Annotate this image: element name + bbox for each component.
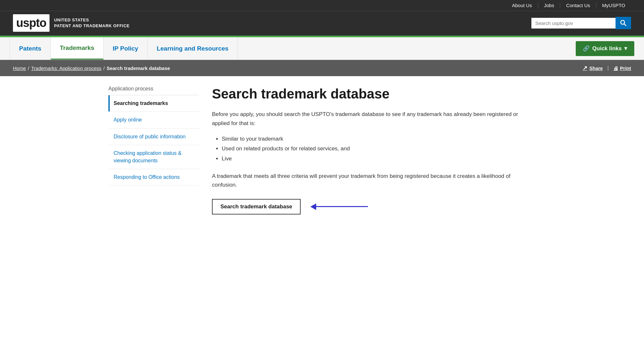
search-input[interactable]: [531, 18, 616, 29]
sidebar: Application process Searching trademarks…: [108, 86, 199, 214]
share-button[interactable]: ↗ Share: [583, 64, 603, 72]
criteria-item-1: Similar to your trademark: [222, 134, 536, 144]
intro-text: Before you apply, you should search the …: [212, 110, 536, 127]
main-nav: Patents Trademarks IP Policy Learning an…: [0, 37, 644, 60]
sidebar-link-searching-trademarks[interactable]: Searching trademarks: [108, 95, 199, 111]
share-icon: ↗: [583, 64, 587, 72]
sidebar-nav: Searching trademarks Apply online Disclo…: [108, 95, 199, 186]
contact-us-link[interactable]: Contact Us: [560, 3, 596, 8]
main-content: Search trademark database Before you app…: [212, 86, 536, 214]
jobs-link[interactable]: Jobs: [538, 3, 561, 8]
breadcrumb: Home / Trademarks: Application process /…: [13, 65, 170, 71]
search-db-area: Search trademark database: [212, 199, 536, 214]
breadcrumb-home[interactable]: Home: [13, 65, 26, 71]
breadcrumb-current: Search trademark database: [106, 65, 170, 71]
logo-area: uspto UNITED STATES PATENT AND TRADEMARK…: [13, 14, 130, 32]
page-title: Search trademark database: [212, 86, 536, 102]
myuspto-link[interactable]: MyUSPTO: [596, 3, 631, 8]
sidebar-item-office-actions[interactable]: Responding to Office actions: [108, 169, 199, 186]
search-icon: [620, 20, 627, 26]
nav-ip-policy[interactable]: IP Policy: [104, 37, 148, 60]
print-button[interactable]: 🖨 Print: [613, 65, 631, 71]
quick-links-button[interactable]: 🔗 Quick links ▾: [576, 41, 634, 56]
breadcrumb-parent[interactable]: Trademarks: Application process: [31, 65, 101, 71]
nav-patents[interactable]: Patents: [10, 37, 51, 60]
svg-line-1: [624, 24, 626, 26]
utility-bar: About Us Jobs Contact Us MyUSPTO: [0, 0, 644, 11]
logo-tagline: UNITED STATES PATENT AND TRADEMARK OFFIC…: [54, 17, 130, 29]
nav-learning-resources[interactable]: Learning and Resources: [148, 37, 238, 60]
breadcrumb-sep-1: /: [28, 65, 29, 71]
about-us-link[interactable]: About Us: [506, 3, 538, 8]
logo-text: uspto: [16, 16, 46, 29]
sidebar-link-office-actions[interactable]: Responding to Office actions: [108, 169, 199, 185]
breadcrumb-sep-2: /: [103, 65, 105, 71]
chevron-down-icon: ▾: [624, 45, 627, 52]
print-icon: 🖨: [613, 65, 618, 71]
criteria-item-3: Live: [222, 154, 536, 164]
sidebar-item-checking-status[interactable]: Checking application status & viewing do…: [108, 145, 199, 169]
sidebar-link-checking-status[interactable]: Checking application status & viewing do…: [108, 145, 199, 169]
breadcrumb-actions: ↗ Share | 🖨 Print: [583, 64, 631, 72]
arrow-line: [316, 206, 368, 207]
sidebar-item-searching-trademarks[interactable]: Searching trademarks: [108, 95, 199, 112]
conclusion-text: A trademark that meets all three criteri…: [212, 172, 536, 189]
arrow-head: [310, 203, 316, 210]
logo-box: uspto: [13, 14, 50, 32]
sidebar-item-apply-online[interactable]: Apply online: [108, 112, 199, 128]
site-header: uspto UNITED STATES PATENT AND TRADEMARK…: [0, 11, 644, 36]
link-icon: 🔗: [583, 45, 590, 52]
criteria-list: Similar to your trademark Used on relate…: [212, 134, 536, 164]
sidebar-title: Application process: [108, 86, 199, 92]
arrow-indicator: [310, 203, 368, 210]
criteria-item-2: Used on related products or for related …: [222, 144, 536, 154]
action-separator: |: [607, 65, 609, 71]
sidebar-item-disclosure[interactable]: Disclosure of public information: [108, 129, 199, 145]
sidebar-link-disclosure[interactable]: Disclosure of public information: [108, 129, 199, 145]
breadcrumb-bar: Home / Trademarks: Application process /…: [0, 60, 644, 76]
search-db-button[interactable]: Search trademark database: [212, 199, 301, 214]
nav-trademarks[interactable]: Trademarks: [51, 37, 104, 60]
quick-links-label: Quick links: [592, 45, 622, 52]
header-search: [531, 17, 631, 29]
sidebar-link-apply-online[interactable]: Apply online: [108, 112, 199, 128]
search-button[interactable]: [616, 17, 631, 29]
content-wrapper: Application process Searching trademarks…: [95, 76, 549, 224]
